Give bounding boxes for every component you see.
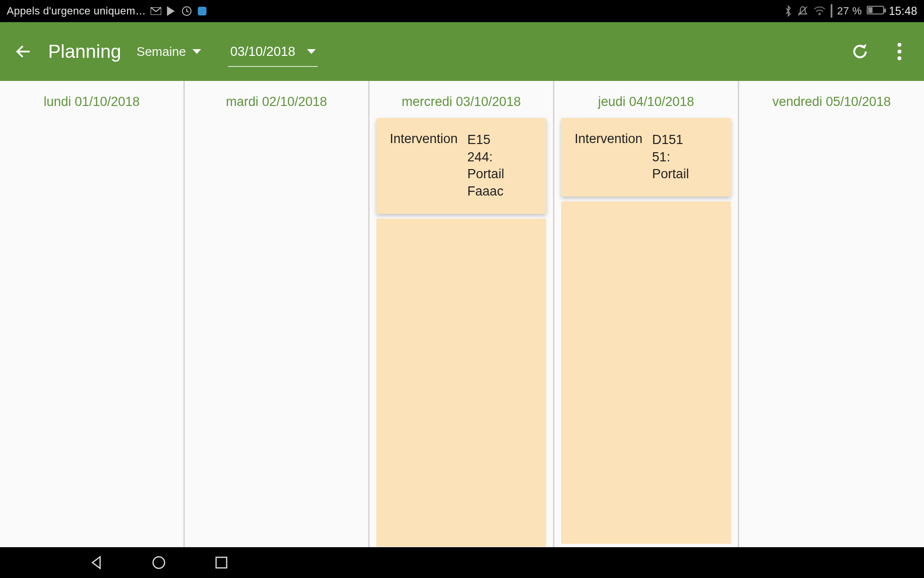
day-background [561, 201, 731, 544]
event-title: Intervention [575, 131, 642, 183]
svg-rect-9 [216, 557, 227, 568]
nav-recent-button[interactable] [212, 553, 231, 572]
back-button[interactable] [12, 40, 35, 63]
view-mode-label: Semaine [137, 44, 186, 59]
svg-point-4 [818, 13, 821, 15]
wifi-icon [813, 6, 826, 16]
overflow-menu-button[interactable] [886, 39, 912, 65]
svg-point-8 [153, 557, 165, 568]
week-grid: lundi 01/10/2018mardi 02/10/2018mercredi… [0, 81, 924, 547]
day-body [0, 118, 183, 547]
svg-point-6 [898, 50, 901, 53]
chevron-down-icon [307, 49, 316, 54]
day-header: lundi 01/10/2018 [0, 81, 183, 118]
battery-icon [867, 5, 884, 17]
event-card[interactable]: InterventionD151 51: Portail [561, 118, 731, 197]
refresh-button[interactable] [847, 39, 873, 65]
play-store-icon [166, 6, 177, 16]
day-column: mardi 02/10/2018 [185, 81, 370, 547]
chevron-down-icon [192, 49, 201, 54]
app-notification-icon [197, 6, 207, 16]
android-nav-bar [0, 547, 924, 578]
svg-rect-2 [198, 7, 206, 15]
day-body [739, 118, 924, 547]
day-background [376, 219, 546, 547]
view-mode-dropdown[interactable]: Semaine [135, 41, 204, 62]
android-status-bar: Appels d'urgence uniquem… [0, 0, 924, 22]
date-picker-value: 03/10/2018 [230, 44, 295, 59]
day-column: mercredi 03/10/2018InterventionE15 244: … [370, 81, 554, 547]
day-header: vendredi 05/10/2018 [739, 81, 924, 118]
battery-percent: 27 % [837, 5, 862, 17]
nav-back-button[interactable] [87, 553, 106, 572]
day-header: mardi 02/10/2018 [185, 81, 368, 118]
svg-point-5 [898, 43, 901, 47]
day-body: InterventionE15 244: Portail Faaac [370, 118, 553, 547]
day-column: vendredi 05/10/2018 [739, 81, 924, 547]
bluetooth-icon [784, 5, 792, 17]
date-picker-dropdown[interactable]: 03/10/2018 [228, 37, 317, 67]
day-header: mercredi 03/10/2018 [370, 81, 553, 118]
event-detail: D151 51: Portail [652, 131, 689, 183]
mail-icon [151, 6, 161, 16]
nav-home-button[interactable] [149, 553, 168, 572]
status-time: 15:48 [889, 5, 917, 18]
day-column: jeudi 04/10/2018InterventionD151 51: Por… [554, 81, 739, 547]
event-title: Intervention [390, 131, 458, 200]
day-header: jeudi 04/10/2018 [554, 81, 738, 118]
page-title: Planning [48, 41, 121, 62]
app-bar: Planning Semaine 03/10/2018 [0, 22, 924, 81]
day-column: lundi 01/10/2018 [0, 81, 185, 547]
event-card[interactable]: InterventionE15 244: Portail Faaac [376, 118, 546, 214]
mute-icon [797, 5, 808, 17]
day-body [185, 118, 368, 547]
sdcard-icon: ! [831, 5, 833, 17]
day-body: InterventionD151 51: Portail [554, 118, 738, 547]
sync-icon [181, 6, 192, 16]
event-detail: E15 244: Portail Faaac [467, 131, 504, 200]
svg-point-7 [898, 56, 901, 60]
status-carrier-text: Appels d'urgence uniquem… [7, 5, 146, 17]
